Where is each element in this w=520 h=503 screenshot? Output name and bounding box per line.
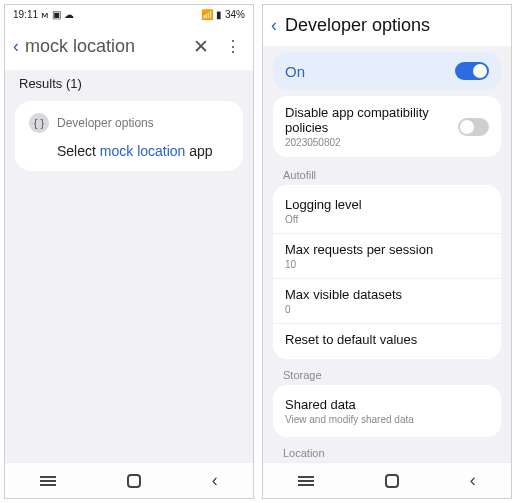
row-max-visible[interactable]: Max visible datasets 0 — [273, 278, 501, 323]
home-button[interactable] — [127, 474, 141, 488]
notif-icon: ▣ — [52, 10, 61, 20]
status-bar: 19:11 ᴍ ▣ ☁ 📶 ▮ 34% — [5, 5, 253, 25]
autofill-group: Logging level Off Max requests per sessi… — [273, 185, 501, 359]
page-header: ‹ Developer options — [263, 5, 511, 46]
page-title: Developer options — [285, 15, 430, 36]
back-button[interactable]: ‹ — [212, 470, 218, 491]
nav-bar: ‹ — [5, 462, 253, 498]
more-icon[interactable]: ⋮ — [221, 37, 245, 56]
signal-icon: ▮ — [216, 10, 222, 20]
master-toggle-switch[interactable] — [455, 62, 489, 80]
master-toggle-row[interactable]: On — [273, 52, 501, 90]
section-autofill: Autofill — [263, 161, 511, 183]
developer-icon: { } — [29, 113, 49, 133]
wifi-icon: 📶 — [201, 10, 213, 20]
battery-text: 34% — [225, 10, 245, 20]
notif-icon: ᴍ — [41, 10, 49, 20]
results-count: Results (1) — [5, 70, 253, 95]
nav-bar: ‹ — [263, 462, 511, 498]
row-logging-level[interactable]: Logging level Off — [273, 189, 501, 233]
section-storage: Storage — [263, 361, 511, 383]
home-button[interactable] — [385, 474, 399, 488]
row-max-requests[interactable]: Max requests per session 10 — [273, 233, 501, 278]
search-header: ‹ mock location ✕ ⋮ — [5, 25, 253, 70]
storage-group: Shared data View and modify shared data — [273, 385, 501, 437]
result-item[interactable]: Select mock location app — [29, 143, 229, 159]
back-button[interactable]: ‹ — [470, 470, 476, 491]
result-card[interactable]: { } Developer options Select mock locati… — [15, 101, 243, 171]
compat-toggle-switch[interactable] — [458, 118, 489, 136]
recents-button[interactable] — [40, 476, 56, 486]
left-screenshot: 19:11 ᴍ ▣ ☁ 📶 ▮ 34% ‹ mock location ✕ ⋮ … — [4, 4, 254, 499]
section-location: Location — [263, 439, 511, 461]
notif-icon: ☁ — [64, 10, 74, 20]
back-icon[interactable]: ‹ — [13, 36, 19, 57]
clock: 19:11 — [13, 10, 38, 20]
recents-button[interactable] — [298, 476, 314, 486]
row-disable-compat[interactable]: Disable app compatibility policies 20230… — [273, 96, 501, 157]
right-screenshot: ‹ Developer options On Disable app compa… — [262, 4, 512, 499]
result-section: { } Developer options — [29, 113, 229, 133]
back-icon[interactable]: ‹ — [271, 15, 277, 36]
row-reset-defaults[interactable]: Reset to default values — [273, 323, 501, 355]
row-shared-data[interactable]: Shared data View and modify shared data — [273, 389, 501, 433]
master-toggle-label: On — [285, 63, 305, 80]
search-query[interactable]: mock location — [25, 36, 181, 57]
clear-icon[interactable]: ✕ — [187, 35, 215, 58]
